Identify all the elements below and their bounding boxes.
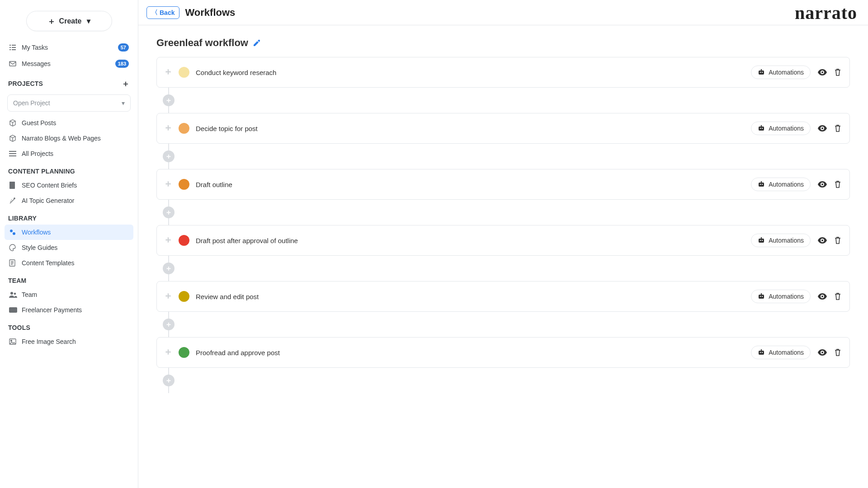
create-label: Create (59, 17, 82, 25)
section-title: TEAM (8, 277, 26, 284)
image-icon (9, 338, 17, 345)
add-project-button[interactable]: ＋ (122, 78, 130, 89)
svg-rect-46 (762, 352, 763, 353)
svg-rect-21 (762, 72, 763, 73)
open-project-placeholder: Open Project (13, 99, 50, 107)
delete-step-button[interactable] (834, 292, 841, 300)
add-step-button[interactable]: ＋ (163, 375, 175, 386)
drag-handle-icon[interactable] (165, 125, 171, 131)
drag-handle-icon[interactable] (165, 237, 171, 244)
sidebar-item-label: Messages (22, 60, 111, 67)
svg-point-12 (13, 232, 15, 235)
svg-rect-25 (760, 128, 761, 129)
svg-rect-35 (760, 240, 761, 241)
automations-button[interactable]: Automations (751, 66, 811, 79)
step-color-dot (179, 347, 189, 358)
automations-label: Automations (769, 125, 804, 132)
svg-point-48 (821, 352, 823, 353)
automations-button[interactable]: Automations (751, 178, 811, 191)
step-color-dot (179, 291, 189, 302)
add-step-between: ＋ (156, 144, 850, 169)
edit-title-button[interactable] (253, 39, 261, 47)
add-step-button[interactable]: ＋ (163, 319, 175, 330)
automations-label: Automations (769, 237, 804, 244)
add-step-button[interactable]: ＋ (163, 206, 175, 218)
sidebar-item-narrato-blogs[interactable]: Narrato Blogs & Web Pages (5, 131, 133, 146)
bot-icon (758, 349, 765, 356)
sidebar-item-all-projects[interactable]: All Projects (5, 146, 133, 161)
sidebar-item-style-guides[interactable]: Style Guides (5, 240, 133, 255)
sidebar-item-messages[interactable]: Messages 183 (5, 56, 133, 72)
chevron-left-icon: 〈 (151, 9, 158, 17)
bot-icon (758, 237, 765, 244)
topbar: 〈 Back Workflows narrato (138, 0, 868, 25)
svg-rect-44 (759, 351, 764, 355)
delete-step-button[interactable] (834, 348, 841, 357)
automations-button[interactable]: Automations (751, 122, 811, 135)
sidebar-item-content-templates[interactable]: Content Templates (5, 255, 133, 271)
back-button[interactable]: 〈 Back (146, 6, 179, 19)
sidebar-item-guest-posts[interactable]: Guest Posts (5, 115, 133, 131)
main: 〈 Back Workflows narrato Greenleaf workf… (138, 0, 868, 488)
svg-point-18 (11, 340, 12, 342)
add-step-between: ＋ (156, 368, 850, 393)
delete-step-button[interactable] (834, 236, 841, 244)
sidebar-item-freelancer-payments[interactable]: Freelancer Payments (5, 302, 133, 318)
chevron-down-icon: ▾ (122, 99, 125, 107)
users-icon (9, 291, 17, 298)
sidebar-item-label: Guest Posts (22, 119, 129, 127)
sidebar-item-my-tasks[interactable]: My Tasks 57 (5, 39, 133, 56)
visibility-button[interactable] (818, 69, 827, 75)
create-button[interactable]: ＋ Create ▾ (26, 11, 112, 31)
delete-step-button[interactable] (834, 180, 841, 188)
sidebar-item-workflows[interactable]: Workflows (5, 225, 133, 240)
svg-rect-20 (760, 72, 761, 73)
drag-handle-icon[interactable] (165, 181, 171, 188)
svg-point-33 (821, 183, 823, 185)
delete-step-button[interactable] (834, 124, 841, 132)
automations-button[interactable]: Automations (751, 234, 811, 247)
badge-count: 183 (115, 60, 129, 68)
svg-rect-10 (9, 182, 15, 189)
sidebar-item-free-image-search[interactable]: Free Image Search (5, 334, 133, 349)
svg-rect-19 (759, 70, 764, 75)
add-step-button[interactable]: ＋ (163, 94, 175, 106)
sidebar-item-label: Free Image Search (22, 338, 129, 345)
automations-label: Automations (769, 181, 804, 188)
open-project-select[interactable]: Open Project ▾ (7, 94, 131, 112)
sidebar: ＋ Create ▾ My Tasks 57 Messages 183 PROJ… (0, 0, 138, 488)
automations-button[interactable]: Automations (751, 346, 811, 359)
visibility-button[interactable] (818, 181, 827, 188)
workflow-step: Review and edit postAutomations (156, 281, 850, 312)
drag-handle-icon[interactable] (165, 293, 171, 300)
chevron-down-icon: ▾ (87, 17, 90, 25)
svg-rect-2 (9, 47, 11, 48)
workflow-title-row: Greenleaf workflow (156, 37, 850, 49)
visibility-button[interactable] (818, 293, 827, 300)
step-name: Decide topic for post (196, 125, 751, 132)
add-step-between: ＋ (156, 88, 850, 113)
palette-icon (9, 244, 17, 251)
svg-rect-0 (9, 45, 11, 46)
section-head-team: TEAM (5, 271, 133, 287)
visibility-button[interactable] (818, 237, 827, 244)
sidebar-item-team[interactable]: Team (5, 287, 133, 302)
sidebar-item-ai-topic-generator[interactable]: AI Topic Generator (5, 193, 133, 208)
sidebar-item-label: Style Guides (22, 244, 129, 251)
automations-button[interactable]: Automations (751, 290, 811, 303)
content: Greenleaf workflow Conduct keyword reser… (138, 25, 868, 420)
visibility-button[interactable] (818, 125, 827, 131)
drag-handle-icon[interactable] (165, 69, 171, 75)
envelope-icon (9, 61, 17, 66)
section-title: CONTENT PLANNING (8, 168, 75, 175)
drag-handle-icon[interactable] (165, 349, 171, 356)
svg-rect-30 (760, 184, 761, 185)
visibility-button[interactable] (818, 349, 827, 356)
sidebar-item-seo-briefs[interactable]: SEO Content Briefs (5, 178, 133, 193)
add-step-button[interactable]: ＋ (163, 263, 175, 274)
badge-count: 57 (118, 43, 129, 52)
delete-step-button[interactable] (834, 68, 841, 76)
svg-point-14 (10, 292, 13, 295)
add-step-button[interactable]: ＋ (163, 150, 175, 162)
svg-rect-42 (761, 293, 762, 295)
